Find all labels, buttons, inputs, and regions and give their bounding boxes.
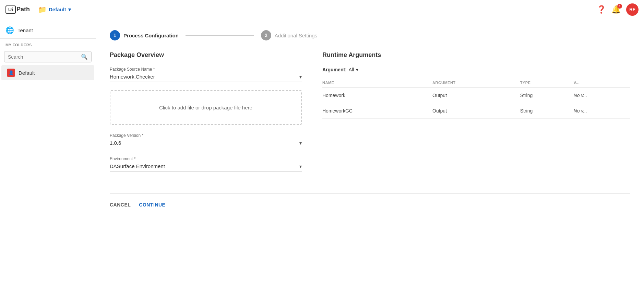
sidebar: 🌐 Tenant MY FOLDERS 🔍 👤 Default [0, 19, 96, 307]
topnav-right: ❓ 🔔 1 RF [597, 3, 639, 16]
row-value: No v... [574, 88, 630, 103]
layout: 🌐 Tenant MY FOLDERS 🔍 👤 Default 1 Proces… [0, 19, 644, 307]
form-columns: Package Overview Package Source Name * H… [110, 51, 630, 180]
globe-icon: 🌐 [5, 26, 14, 34]
topnav: UiPath 📁 Default ▾ ❓ 🔔 1 RF [0, 0, 644, 19]
package-source-name-group: Package Source Name * Homework.Checker ▾ [110, 67, 302, 82]
main-content: 1 Process Configuration 2 Additional Set… [96, 19, 644, 307]
argument-filter-label: Argument: [322, 67, 347, 72]
row-argument: Output [432, 103, 520, 119]
sidebar-section-label: MY FOLDERS [0, 39, 96, 48]
search-icon: 🔍 [81, 54, 88, 60]
logo: UiPath [5, 5, 30, 14]
notifications-button[interactable]: 🔔 1 [611, 5, 621, 14]
step-connector [186, 35, 254, 36]
step-1-circle: 1 [110, 30, 120, 40]
search-input[interactable] [8, 54, 81, 60]
environment-select[interactable]: DASurface Environment ▾ [110, 163, 302, 172]
package-version-group: Package Version * 1.0.6 ▾ [110, 133, 302, 148]
version-value: 1.0.6 [110, 140, 121, 146]
step-1-label: Process Configuration [123, 33, 179, 38]
avatar-button[interactable]: RF [626, 3, 639, 16]
sidebar-item-default[interactable]: 👤 Default [1, 65, 94, 80]
source-name-chevron-icon: ▾ [299, 74, 302, 80]
cancel-button[interactable]: CANCEL [110, 202, 131, 208]
args-table: NAME ARGUMENT TYPE V... Homework Output … [322, 78, 630, 119]
args-header-row: NAME ARGUMENT TYPE V... [322, 78, 630, 88]
stepper: 1 Process Configuration 2 Additional Set… [110, 30, 630, 40]
environment-label: Environment * [110, 156, 302, 161]
environment-group: Environment * DASurface Environment ▾ [110, 156, 302, 172]
help-button[interactable]: ❓ [597, 5, 606, 14]
continue-button[interactable]: CONTINUE [139, 202, 165, 208]
row-argument: Output [432, 88, 520, 103]
form-right: Runtime Arguments Argument: All ▾ NAME A… [322, 51, 630, 180]
col-value: V... [574, 78, 630, 88]
col-name: NAME [322, 78, 432, 88]
step-1: 1 Process Configuration [110, 30, 179, 40]
folder-selector[interactable]: 📁 Default ▾ [38, 5, 71, 14]
step-2-label: Additional Settings [275, 33, 317, 38]
row-name: Homework [322, 88, 432, 103]
sidebar-search-box[interactable]: 🔍 [4, 51, 92, 62]
source-name-value: Homework.Checker [110, 74, 155, 80]
argument-filter-chevron-icon: ▾ [356, 67, 358, 72]
row-value: No v... [574, 103, 630, 119]
runtime-arguments-title: Runtime Arguments [322, 51, 630, 59]
col-argument: ARGUMENT [432, 78, 520, 88]
form-footer: CANCEL CONTINUE [110, 193, 630, 208]
sidebar-tenant: 🌐 Tenant [0, 22, 96, 39]
default-folder-icon: 👤 [7, 69, 15, 77]
args-table-header: NAME ARGUMENT TYPE V... [322, 78, 630, 88]
col-type: TYPE [520, 78, 574, 88]
version-chevron-icon: ▾ [299, 140, 302, 146]
folder-name: Default [49, 7, 66, 12]
tenant-label: Tenant [17, 27, 33, 33]
folder-icon: 📁 [38, 5, 47, 14]
table-row: Homework Output String No v... [322, 88, 630, 103]
source-name-label: Package Source Name * [110, 67, 302, 72]
help-icon: ❓ [597, 5, 606, 14]
step-2-circle: 2 [261, 30, 271, 40]
row-type: String [520, 103, 574, 119]
args-table-body: Homework Output String No v... HomeworkG… [322, 88, 630, 119]
notification-badge: 1 [617, 4, 622, 9]
file-drop-zone[interactable]: Click to add file or drop package file h… [110, 90, 302, 125]
logo-text: Path [16, 6, 30, 13]
avatar-initials: RF [629, 7, 635, 12]
package-overview-title: Package Overview [110, 51, 302, 59]
sidebar-item-label: Default [19, 70, 35, 76]
drop-zone-text: Click to add file or drop package file h… [159, 105, 252, 110]
row-type: String [520, 88, 574, 103]
argument-filter-value: All [349, 67, 354, 72]
argument-filter[interactable]: Argument: All ▾ [322, 67, 630, 72]
version-label: Package Version * [110, 133, 302, 138]
table-row: HomeworkGC Output String No v... [322, 103, 630, 119]
form-left: Package Overview Package Source Name * H… [110, 51, 302, 180]
logo-box: Ui [5, 5, 16, 14]
source-name-select[interactable]: Homework.Checker ▾ [110, 74, 302, 82]
environment-chevron-icon: ▾ [299, 164, 302, 169]
environment-value: DASurface Environment [110, 163, 165, 169]
version-select[interactable]: 1.0.6 ▾ [110, 140, 302, 148]
row-name: HomeworkGC [322, 103, 432, 119]
folder-dropdown-icon: ▾ [68, 7, 71, 13]
step-2: 2 Additional Settings [261, 30, 317, 40]
